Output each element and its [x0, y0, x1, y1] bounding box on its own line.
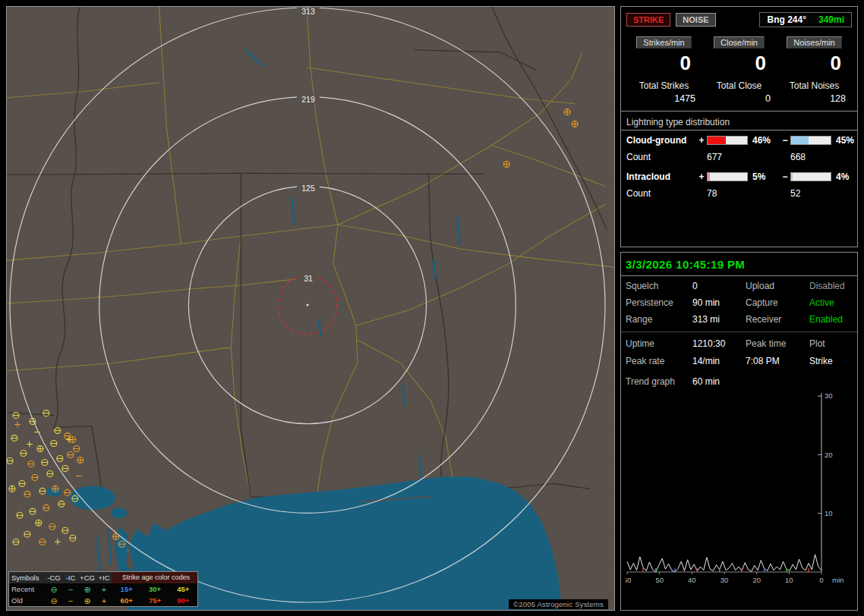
strike-symbol — [52, 486, 58, 492]
x-tick-50: 50 — [655, 576, 664, 584]
ring-label-125: 125 — [301, 184, 315, 193]
strike-mode-button[interactable]: STRIKE — [626, 13, 670, 27]
strike-symbol — [77, 457, 84, 464]
ic-positive-pct: 5% — [749, 171, 780, 182]
age-code-30: 30+ — [140, 585, 169, 593]
strikes-per-min-value: 0 — [626, 51, 702, 75]
total-noises-value: 128 — [777, 92, 852, 105]
trend-graph-duration: 60 min — [692, 376, 853, 387]
strikes-per-min-label: Strikes/min — [636, 36, 691, 49]
legend-age-header: Strike age color codes — [112, 572, 197, 583]
copyright-notice: ©2005 Astrogenic Systems — [509, 599, 608, 609]
legend-symbols-header: Symbols — [9, 572, 46, 583]
uptime-label: Uptime — [626, 338, 692, 350]
divider — [621, 111, 857, 112]
map-legend: Symbols -CG -IC +CG +IC Strike age color… — [8, 571, 198, 607]
bearing-readout: Bng 244° 349mi — [759, 12, 852, 27]
plus-sign: + — [696, 135, 707, 146]
persistence-value: 90 min — [692, 297, 746, 309]
squelch-value: 0 — [692, 281, 746, 292]
age-code-90: 90+ — [169, 596, 197, 605]
x-tick-60: 60 — [626, 576, 631, 584]
range-value: 313 mi — [692, 314, 746, 325]
age-code-15: 15+ — [112, 585, 140, 593]
cg-negative-count: 668 — [790, 152, 833, 162]
ic-positive-count: 78 — [707, 188, 749, 199]
trend-graph-label: Trend graph — [626, 376, 692, 387]
strike-symbol — [9, 486, 15, 492]
receiver-label: Receiver — [746, 314, 809, 325]
strike-symbol — [36, 520, 42, 526]
circle-plus-icon: ⊕ — [79, 584, 96, 595]
legend-recent-ages: 15+ 30+ 45+ — [112, 585, 197, 593]
legend-recent-row: Recent ⊖ − ⊕ + 15+ 30+ 45+ — [9, 583, 197, 595]
ic-negative-pct: 4% — [833, 171, 852, 182]
intracloud-label: Intracloud — [626, 171, 696, 182]
intracloud-counts: Count 78 52 — [626, 188, 852, 199]
peak-rate-label: Peak rate — [626, 356, 692, 367]
trend-series-layer — [627, 555, 821, 572]
count-label: Count — [626, 188, 696, 199]
mode-toolbar: STRIKE NOISE Bng 244° 349mi — [626, 12, 852, 27]
legend-recent-label: Recent — [9, 585, 46, 593]
intracloud-row: Intracloud + 5% − 4% — [626, 171, 852, 182]
x-tick-40: 40 — [688, 576, 696, 584]
close-per-min-value: 0 — [702, 51, 777, 75]
legend-old-label: Old — [9, 596, 46, 605]
circle-plus-icon: ⊕ — [79, 596, 96, 606]
capture-status: Active — [809, 297, 853, 309]
uptime-value: 1210:30 — [692, 338, 746, 350]
uptime-stats-grid: Uptime 1210:30 Peak time Plot Peak rate … — [626, 338, 853, 367]
trend-graph-header: Trend graph 60 min — [626, 376, 853, 387]
cg-negative-bar-fill — [791, 137, 809, 144]
plot-label: Plot — [809, 338, 853, 350]
ic-positive-bar-fill — [708, 173, 710, 181]
noise-mode-button[interactable]: NOISE — [676, 13, 715, 27]
bearing-range-value: 349mi — [818, 14, 844, 25]
x-tick-30: 30 — [721, 576, 729, 584]
plus-icon: + — [96, 584, 112, 595]
age-code-75: 75+ — [140, 596, 169, 605]
bearing-label: Bng 244° — [767, 14, 806, 25]
divider — [621, 275, 857, 276]
age-code-45: 45+ — [169, 585, 197, 593]
strike-symbol — [564, 109, 570, 115]
x-axis-unit: min — [832, 576, 844, 584]
map-canvas: 313 219 125 31 — [7, 7, 614, 610]
age-code-60: 60+ — [112, 596, 140, 605]
cg-negative-pct: 45% — [833, 135, 854, 146]
lightning-map[interactable]: 313 219 125 31 Symbols -CG -IC +CG +IC S… — [6, 6, 615, 611]
x-tick-0: 0 — [819, 576, 823, 584]
rate-counter-values: 0 0 0 — [626, 51, 852, 80]
minus-icon: − — [62, 596, 79, 606]
total-strikes-label: Total Strikes — [639, 80, 689, 92]
legend-col-pos-ic: +IC — [96, 572, 112, 583]
settings-grid: Squelch 0 Upload Disabled Persistence 90… — [626, 281, 853, 325]
total-strikes-value: 1475 — [626, 92, 702, 105]
ring-label-313: 313 — [301, 8, 315, 16]
cg-positive-pct: 46% — [749, 135, 780, 146]
plot-value: Strike — [809, 356, 853, 367]
minus-icon: − — [62, 584, 79, 595]
plus-sign: + — [696, 171, 707, 182]
minus-sign: − — [780, 171, 790, 182]
close-per-min-label: Close/min — [714, 36, 765, 49]
cloud-ground-row: Cloud-ground + 46% − 45% — [626, 135, 852, 146]
x-tick-10: 10 — [785, 576, 793, 584]
ic-negative-bar — [790, 172, 831, 181]
noises-per-min-label: Noises/min — [787, 36, 841, 49]
status-panel: 3/3/2026 10:45:19 PM Squelch 0 Upload Di… — [620, 252, 858, 611]
ic-positive-bar — [707, 172, 748, 181]
legend-header-row: Symbols -CG -IC +CG +IC Strike age color… — [9, 572, 197, 583]
total-close-value: 0 — [702, 92, 777, 105]
sensor-location-dot — [306, 303, 308, 306]
totals-labels: Total Strikes Total Close Total Noises — [626, 80, 852, 92]
y-axis-ticks — [818, 396, 821, 514]
divider — [621, 332, 857, 332]
legend-col-pos-cg: +CG — [79, 572, 96, 583]
datetime-display: 3/3/2026 10:45:19 PM — [626, 258, 853, 271]
strike-symbol — [37, 446, 43, 452]
cg-negative-bar — [790, 136, 831, 145]
divider — [621, 130, 857, 130]
upload-status: Disabled — [809, 281, 853, 292]
